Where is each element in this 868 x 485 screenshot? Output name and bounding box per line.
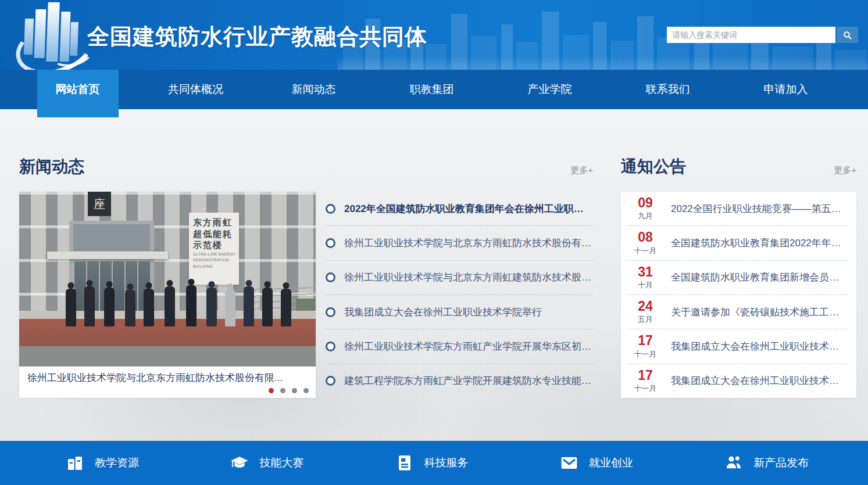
nav-item-1[interactable]: 共同体概况 (137, 70, 255, 109)
notice-date: 31十月 (627, 265, 664, 290)
nav-item-label: 新闻动态 (292, 83, 336, 95)
footer-link-label: 就业创业 (589, 455, 633, 470)
person-silhouette (281, 282, 291, 326)
carousel-caption: 徐州工业职业技术学院与北京东方雨虹防水技术股份有限... (19, 367, 316, 398)
notice-date: 24五月 (627, 299, 664, 325)
carousel-slide-photo[interactable]: 座 东方雨虹超低能耗示范楼ULTRA-LOW ENERGYDEMONSTRATI… (19, 192, 316, 367)
graduation-cap-icon (230, 453, 249, 473)
notice-day: 09 (627, 196, 664, 210)
page-title: 全国建筑防水行业产教融合共同体 (87, 22, 427, 52)
group-photo-people (19, 192, 316, 367)
notice-month: 九月 (627, 211, 664, 221)
news-list-item[interactable]: 徐州工业职业技术学院与北京东方雨虹防水技术股份有限... (326, 226, 593, 260)
person-silhouette (66, 282, 76, 326)
person-silhouette (225, 283, 235, 326)
search-bar (667, 27, 858, 43)
bullet-circle-icon (326, 272, 335, 282)
site-logo[interactable] (20, 1, 85, 67)
news-more-link[interactable]: 更多+ (570, 165, 593, 178)
people-icon (724, 453, 744, 473)
news-item-title: 徐州工业职业技术学院东方雨虹产业学院开展华东区初级... (344, 340, 593, 353)
notice-title: 我集团成立大会在徐州工业职业技术学... (671, 340, 847, 353)
person-silhouette (104, 281, 115, 326)
nav-item-5[interactable]: 联系我们 (609, 70, 727, 109)
person-silhouette (165, 280, 175, 326)
bullet-circle-icon (326, 376, 335, 386)
nav-item-6[interactable]: 申请加入 (727, 70, 845, 109)
footer-link-2[interactable]: 科技服务 (395, 453, 469, 473)
carousel-dot[interactable] (280, 388, 285, 393)
news-item-title: 我集团成立大会在徐州工业职业技术学院举行 (344, 306, 542, 319)
person-silhouette (262, 281, 273, 326)
footer-link-1[interactable]: 技能大赛 (230, 453, 303, 473)
news-item-title: 徐州工业职业技术学院与北京东方雨虹防水技术股份有限... (344, 236, 593, 250)
notice-title: 2022全国行业职业技能竞赛——第五届... (671, 202, 847, 215)
notice-day: 08 (627, 230, 664, 245)
footer-link-0[interactable]: 教学资源 (65, 453, 139, 473)
nav-item-3[interactable]: 职教集团 (373, 70, 491, 109)
books-icon (65, 453, 85, 473)
nav-item-2[interactable]: 新闻动态 (255, 70, 373, 109)
notice-date: 08十一月 (627, 230, 664, 256)
news-list: 2022年全国建筑防水职业教育集团年会在徐州工业职业技...徐州工业职业技术学院… (326, 192, 593, 398)
notice-row[interactable]: 17十一月我集团成立大会在徐州工业职业技术学... (627, 364, 847, 398)
carousel-dot[interactable] (303, 388, 309, 393)
news-list-item[interactable]: 徐州工业职业技术学院与北京东方雨虹建筑防水技术股份... (326, 261, 593, 295)
main-content: 新闻动态 更多+ 座 东方雨虹超低能耗示范楼ULTRA-LOW ENERGYDE… (0, 109, 868, 441)
footer-link-label: 科技服务 (424, 455, 469, 470)
notice-month: 十月 (627, 280, 664, 290)
notice-row[interactable]: 08十一月全国建筑防水职业教育集团2022年年会... (627, 226, 847, 260)
news-list-item[interactable]: 徐州工业职业技术学院东方雨虹产业学院开展华东区初级... (326, 329, 593, 364)
notices-more-link[interactable]: 更多+ (834, 165, 856, 178)
news-item-title: 徐州工业职业技术学院与北京东方雨虹建筑防水技术股份... (344, 271, 593, 284)
news-list-item[interactable]: 2022年全国建筑防水职业教育集团年会在徐州工业职业技... (326, 192, 593, 226)
person-silhouette (125, 283, 135, 326)
person-silhouette (244, 280, 254, 326)
news-list-item[interactable]: 建筑工程学院东方雨虹产业学院开展建筑防水专业技能培训 (326, 364, 593, 398)
news-item-title: 2022年全国建筑防水职业教育集团年会在徐州工业职业技... (344, 202, 593, 215)
person-silhouette (84, 280, 95, 326)
news-list-item[interactable]: 我集团成立大会在徐州工业职业技术学院举行 (326, 295, 593, 329)
notices-section-title: 通知公告 (621, 156, 686, 178)
nav-item-label: 职教集团 (410, 83, 454, 95)
bullet-circle-icon (326, 204, 335, 214)
notice-day: 31 (627, 265, 664, 279)
carousel-dot[interactable] (292, 388, 297, 393)
person-silhouette (186, 279, 197, 326)
carousel-caption-link[interactable]: 徐州工业职业技术学院与北京东方雨虹防水技术股份有限... (27, 371, 308, 385)
main-nav: 网站首页共同体概况新闻动态职教集团产业学院联系我们申请加入 (0, 70, 868, 109)
nav-item-0[interactable]: 网站首页 (19, 70, 137, 109)
notices-section: 通知公告 更多+ 09九月2022全国行业职业技能竞赛——第五届...08十一月… (621, 151, 856, 398)
notice-date: 17十一月 (627, 368, 664, 394)
notice-row[interactable]: 24五月关于邀请参加《瓷砖镶贴技术施工工艺... (627, 295, 847, 329)
footer-link-3[interactable]: 就业创业 (559, 453, 633, 473)
notice-row[interactable]: 31十月全国建筑防水职业教育集团新增会员单... (627, 261, 847, 295)
quick-links-footer: 教学资源技能大赛科技服务就业创业新产品发布 (0, 441, 868, 485)
nav-item-4[interactable]: 产业学院 (491, 70, 609, 109)
nav-item-label: 申请加入 (764, 83, 808, 95)
footer-link-label: 新产品发布 (753, 455, 809, 470)
notice-row[interactable]: 09九月2022全国行业职业技能竞赛——第五届... (627, 192, 847, 226)
search-input[interactable] (667, 27, 835, 43)
footer-link-4[interactable]: 新产品发布 (724, 453, 809, 473)
news-item-title: 建筑工程学院东方雨虹产业学院开展建筑防水专业技能培训 (344, 374, 593, 387)
notice-month: 十一月 (627, 349, 664, 360)
notice-title: 全国建筑防水职业教育集团2022年年会... (671, 236, 847, 250)
document-icon (395, 453, 415, 473)
notice-month: 十一月 (627, 246, 664, 256)
bullet-circle-icon (326, 307, 335, 317)
notice-day: 17 (627, 368, 664, 383)
search-icon (842, 30, 852, 40)
carousel-dots (269, 388, 309, 393)
notice-day: 17 (627, 333, 664, 348)
bullet-circle-icon (326, 238, 335, 248)
notice-title: 全国建筑防水职业教育集团新增会员单... (671, 271, 847, 284)
carousel-dot[interactable] (269, 388, 274, 393)
notice-day: 24 (627, 299, 664, 314)
notice-month: 五月 (627, 314, 664, 325)
nav-item-label: 产业学院 (528, 83, 572, 95)
news-section: 新闻动态 更多+ 座 东方雨虹超低能耗示范楼ULTRA-LOW ENERGYDE… (19, 151, 593, 398)
search-button[interactable] (837, 27, 858, 43)
notice-row[interactable]: 17十一月我集团成立大会在徐州工业职业技术学... (627, 329, 847, 364)
nav-item-label: 网站首页 (56, 83, 100, 95)
